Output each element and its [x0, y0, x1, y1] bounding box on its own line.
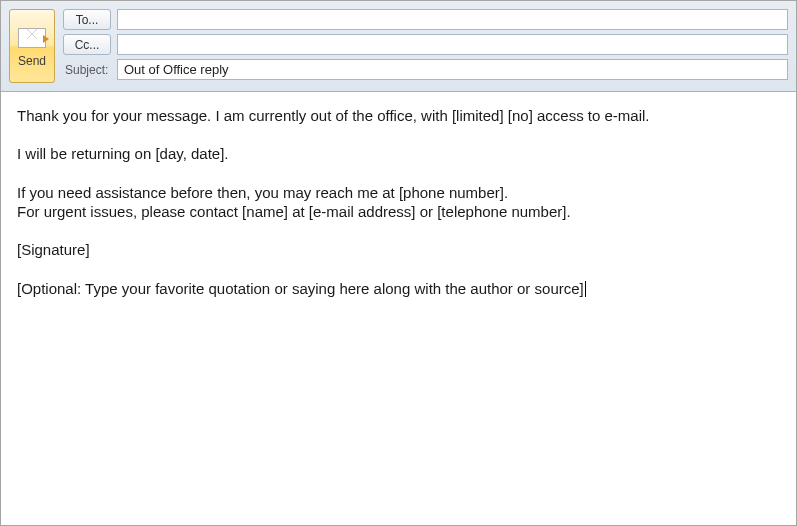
body-blank — [17, 221, 780, 240]
header-fields: To... Cc... Subject: — [63, 9, 788, 83]
to-row: To... — [63, 9, 788, 30]
subject-label: Subject: — [63, 63, 111, 77]
send-label: Send — [18, 54, 46, 68]
body-line: I will be returning on [day, date]. — [17, 144, 780, 163]
subject-input[interactable] — [117, 59, 788, 80]
body-line: [Signature] — [17, 240, 780, 259]
message-body[interactable]: Thank you for your message. I am current… — [1, 92, 796, 522]
to-button[interactable]: To... — [63, 9, 111, 30]
send-button[interactable]: Send — [9, 9, 55, 83]
cc-button[interactable]: Cc... — [63, 34, 111, 55]
subject-row: Subject: — [63, 59, 788, 80]
cc-input[interactable] — [117, 34, 788, 55]
compose-header: Send To... Cc... Subject: — [1, 1, 796, 92]
body-blank — [17, 260, 780, 279]
body-line: For urgent issues, please contact [name]… — [17, 202, 780, 221]
body-line-last: [Optional: Type your favorite quotation … — [17, 279, 780, 298]
body-blank — [17, 164, 780, 183]
envelope-icon — [18, 28, 46, 48]
body-blank — [17, 125, 780, 144]
cc-button-label: Cc... — [75, 38, 100, 52]
text-cursor-icon — [585, 281, 586, 297]
cc-row: Cc... — [63, 34, 788, 55]
to-input[interactable] — [117, 9, 788, 30]
to-button-label: To... — [76, 13, 99, 27]
body-line: If you need assistance before then, you … — [17, 183, 780, 202]
body-line: Thank you for your message. I am current… — [17, 106, 780, 125]
send-button-wrap: Send — [9, 9, 55, 83]
body-line: [Optional: Type your favorite quotation … — [17, 280, 584, 297]
